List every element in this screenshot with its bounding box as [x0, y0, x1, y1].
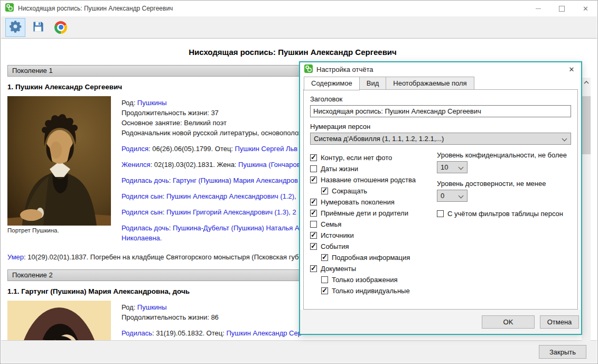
titlebar: Нисходящая роспись: Пушкин Александр Сер… [1, 1, 597, 16]
dialog-titlebar: Настройка отчёта ✕ [300, 62, 581, 76]
checkbox-label: Подробная информация [332, 254, 410, 262]
option-checkbox[interactable]: Сокращать [321, 186, 437, 195]
app-window: Нисходящая роспись: Пушкин Александр Сер… [0, 0, 598, 364]
checkbox-label: Семья [321, 220, 341, 228]
checkbox-icon [321, 254, 328, 261]
close-report-button[interactable]: Закрыть [539, 345, 586, 359]
person-link[interactable]: Женился [122, 161, 151, 169]
confidentiality-label: Уровень конфиденциальности, не более [437, 151, 571, 159]
save-report-button[interactable] [28, 18, 48, 37]
footer-bar: Закрыть [1, 340, 597, 363]
option-checkbox[interactable]: Только изображения [321, 275, 437, 284]
text-run: : 10(29).02(01).1837. Погребен на кладби… [24, 253, 303, 261]
option-checkbox[interactable]: Название отношения родства [310, 175, 437, 184]
person-link[interactable]: Родился [122, 145, 148, 153]
person-link[interactable]: Пушкина (Гончаров [238, 161, 301, 169]
person-link[interactable]: Родился сын [122, 208, 163, 216]
option-checkbox[interactable]: Только индивидуальные [321, 286, 437, 295]
window-title: Нисходящая роспись: Пушкин Александр Сер… [18, 5, 173, 12]
option-checkbox[interactable]: Контур, если нет фото [310, 153, 437, 162]
checkbox-label: Даты жизни [321, 165, 358, 173]
option-checkbox[interactable]: Приёмные дети и родители [310, 209, 437, 218]
person-link[interactable]: Умер [7, 253, 24, 261]
checkbox-icon [437, 210, 444, 217]
report-settings-button[interactable] [5, 18, 25, 37]
ok-button[interactable]: OK [482, 315, 535, 329]
text-run: : [169, 176, 173, 184]
content-options-list: Контур, если нет фотоДаты жизниНазвание … [310, 151, 437, 297]
certainty-select[interactable]: 0 [437, 190, 468, 202]
report-title: Нисходящая роспись: Пушкин Александр Сер… [7, 48, 578, 57]
checkbox-label: Сокращать [332, 187, 367, 195]
minimize-button[interactable] [526, 1, 550, 16]
maximize-icon [559, 6, 565, 12]
person-link[interactable]: Пушкины [137, 99, 167, 107]
person-link[interactable]: Гартунг (Пушкина) Мария Александров [173, 176, 298, 184]
option-checkbox[interactable]: Источники [310, 231, 437, 240]
option-checkbox[interactable]: Документы [310, 264, 437, 273]
checkbox-label: Источники [321, 231, 354, 239]
option-checkbox[interactable]: Семья [310, 220, 437, 229]
minimize-icon [536, 8, 541, 9]
scroll-up-arrow[interactable] [582, 78, 591, 87]
confidentiality-select[interactable]: 10 [437, 161, 468, 173]
vertical-scrollbar[interactable] [582, 78, 591, 341]
report-header-input[interactable] [310, 105, 571, 117]
person-link[interactable]: Пушкин Александр Сер [226, 329, 302, 337]
dialog-tab[interactable]: Неотображаемые поля [386, 77, 474, 90]
person-link[interactable]: Пушкина-Дубельт (Пушкина) Наталья А [173, 224, 300, 232]
checkbox-icon [310, 165, 317, 172]
checkbox-label: Нумеровать поколения [321, 198, 395, 206]
option-checkbox[interactable]: Подробная информация [321, 253, 437, 262]
text-run: : 02(18).03(02).1831. Жена: [151, 161, 238, 169]
text-run: : 31(19).05.1832. Отец: [152, 329, 226, 337]
dialog-tab[interactable]: Содержимое [304, 77, 360, 90]
text-run: : [163, 208, 166, 216]
dialog-tabs: СодержимоеВидНеотображаемые поля [300, 76, 581, 90]
option-checkbox[interactable]: События [310, 242, 437, 251]
option-checkbox[interactable]: Даты жизни [310, 164, 437, 173]
text-run: Продолжительность жизни: 37 [122, 109, 219, 117]
maximize-button[interactable] [550, 1, 574, 16]
header-label: Заголовок [310, 95, 571, 103]
person-filters-checkbox[interactable]: С учётом фильтров таблицы персон [437, 209, 571, 218]
person-link[interactable]: Пушкин Александр Александрович (1.2), [166, 192, 296, 200]
numbering-select[interactable]: Система д'Абовилля (1, 1.1, 1.2, 1.2.1,.… [310, 133, 571, 145]
dialog-tab[interactable]: Вид [359, 77, 387, 90]
person-link[interactable]: Родилась дочь [122, 176, 169, 184]
dialog-buttons: OK Отмена [300, 310, 581, 334]
checkbox-icon [310, 221, 317, 228]
person-link[interactable]: Пушкин Сергей Льв [235, 145, 298, 153]
chevron-down-icon [459, 165, 463, 169]
certainty-value: 0 [441, 192, 444, 200]
person-link[interactable]: Пушкин Григорий Александрович (1.3), 2 [166, 208, 296, 216]
cancel-button[interactable]: Отмена [540, 315, 579, 329]
close-button[interactable]: ✕ [574, 1, 597, 16]
person-link[interactable]: Родилась [122, 329, 152, 337]
window-controls: ✕ [526, 1, 597, 16]
checkbox-label: Только индивидуальные [332, 287, 410, 295]
text-run: : [169, 224, 173, 232]
text-run: Основное занятие: Великий поэт [122, 119, 227, 127]
open-in-browser-button[interactable] [51, 18, 71, 37]
gear-icon [8, 20, 22, 35]
dialog-close-icon[interactable]: ✕ [565, 66, 578, 73]
chevron-down-icon [563, 137, 566, 141]
dialog-title: Настройка отчёта [316, 66, 373, 73]
person-link[interactable]: Пушкины [137, 303, 167, 311]
toolbar [1, 16, 597, 39]
option-checkbox[interactable]: Нумеровать поколения [310, 198, 437, 207]
person-link[interactable]: Николаевна. [122, 234, 162, 242]
text-run: : [163, 192, 166, 200]
person-link[interactable]: Родился сын [122, 192, 163, 200]
portrait-image: Портрет Пушкина. [7, 96, 111, 249]
text-run: : 06(26).06(05).1799. Отец: [148, 145, 235, 153]
checkbox-icon [310, 154, 317, 161]
chrome-icon [54, 21, 67, 34]
save-icon [32, 21, 44, 34]
checkbox-icon [310, 199, 317, 206]
confidentiality-value: 10 [441, 163, 448, 171]
scrollbar-thumb[interactable] [582, 96, 591, 154]
checkbox-label: События [321, 242, 349, 250]
person-link[interactable]: Родилась дочь [122, 224, 169, 232]
